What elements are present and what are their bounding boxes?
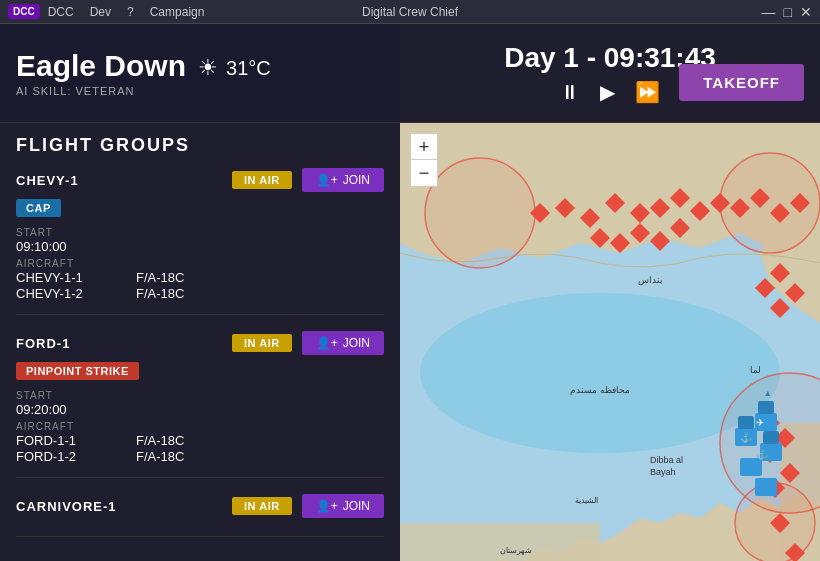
chevy1-ac1-type: F/A-18C [136,270,184,285]
close-button[interactable]: ✕ [800,5,812,19]
ford1-join-button[interactable]: 👤+ JOIN [302,331,384,355]
chevy1-ac1-id: CHEVY-1-1 [16,270,96,285]
pause-button[interactable]: ⏸ [560,81,580,104]
join-icon: 👤+ [316,173,338,187]
chevy1-mission-type: CAP [16,199,61,217]
ford1-start-time: 09:20:00 [16,402,384,417]
svg-text:Bayah: Bayah [650,467,676,477]
chevy1-aircraft-label: AIRCRAFT [16,258,384,269]
zoom-in-button[interactable]: + [411,134,437,160]
ford1-start-label: START [16,390,384,401]
join-icon-carnivore: 👤+ [316,499,338,513]
svg-text:الشيدية: الشيدية [575,496,598,505]
time-controls: ⏸ ▶ ⏩ [560,74,660,114]
ford1-aircraft-1: FORD-1-1 F/A-18C [16,433,384,448]
map-svg: ✈ ⚓ ⚓ بنداس محافظه مسندم لما Dibba al Ba… [400,123,820,561]
ford1-aircraft-2: FORD-1-2 F/A-18C [16,449,384,464]
window-controls: — □ ✕ [762,5,812,19]
ford1-status: IN AIR [232,334,292,352]
svg-rect-48 [738,416,754,429]
map-panel: + − [400,123,820,561]
weather-info: ☀ 31°C [198,55,271,81]
svg-rect-5 [400,523,600,561]
ford1-name: FORD-1 [16,336,222,351]
svg-rect-52 [755,478,777,496]
chevy1-ac2-type: F/A-18C [136,286,184,301]
svg-rect-51 [740,458,762,476]
flight-groups-section: FLIGHT GROUPS CHEVY-1 IN AIR 👤+ JOIN CAP… [0,123,400,561]
svg-rect-45 [758,401,774,414]
join-icon-ford: 👤+ [316,336,338,350]
ford1-mission-type: PINPOINT STRIKE [16,362,139,380]
menu-dcc[interactable]: DCC [48,5,74,19]
chevy1-aircraft-1: CHEVY-1-1 F/A-18C [16,270,384,285]
chevy1-status: IN AIR [232,171,292,189]
zoom-controls: + − [410,133,438,187]
ford1-ac1-type: F/A-18C [136,433,184,448]
window-title: Digital Crew Chief [362,5,458,19]
mission-time-header: Day 1 - 09:31:43 ⏸ ▶ ⏩ TAKEOFF [400,24,820,123]
mission-skill: AI SKILL: VETERAN [16,85,384,97]
minimize-button[interactable]: — [762,5,776,19]
svg-rect-50 [763,431,779,444]
chevy1-start-time: 09:10:00 [16,239,384,254]
chevy1-start-label: START [16,227,384,238]
carnivore1-status: IN AIR [232,497,292,515]
mission-name: Eagle Down [16,49,186,83]
ford1-ac2-type: F/A-18C [136,449,184,464]
chevy1-header: CHEVY-1 IN AIR 👤+ JOIN [16,168,384,192]
left-panel: FLIGHT GROUPS CHEVY-1 IN AIR 👤+ JOIN CAP… [0,123,400,561]
chevy1-join-label: JOIN [343,173,370,187]
ford1-header: FORD-1 IN AIR 👤+ JOIN [16,331,384,355]
svg-text:لما: لما [750,365,761,375]
weather-icon: ☀ [198,55,218,81]
ford1-ac1-id: FORD-1-1 [16,433,96,448]
flight-groups-title: FLIGHT GROUPS [16,135,384,156]
svg-text:Dibba al: Dibba al [650,455,683,465]
maximize-button[interactable]: □ [784,5,792,19]
header-area: Eagle Down ☀ 31°C AI SKILL: VETERAN Day … [0,24,820,123]
carnivore1-header: CARNIVORE-1 IN AIR 👤+ JOIN [16,494,384,518]
ford1-join-label: JOIN [343,336,370,350]
carnivore1-join-label: JOIN [343,499,370,513]
svg-text:⚓: ⚓ [756,448,769,461]
flight-group-ford1: FORD-1 IN AIR 👤+ JOIN PINPOINT STRIKE ST… [16,331,384,478]
svg-text:محافظه مسندم: محافظه مسندم [570,385,630,396]
svg-point-8 [425,158,535,268]
svg-text:بنداس: بنداس [638,275,663,286]
temperature: 31°C [226,57,271,80]
menu-help[interactable]: ? [127,5,134,19]
chevy1-join-button[interactable]: 👤+ JOIN [302,168,384,192]
chevy1-ac2-id: CHEVY-1-2 [16,286,96,301]
chevy1-aircraft-2: CHEVY-1-2 F/A-18C [16,286,384,301]
zoom-out-button[interactable]: − [411,160,437,186]
menu-dev[interactable]: Dev [90,5,111,19]
play-button[interactable]: ▶ [600,80,615,104]
fast-forward-button[interactable]: ⏩ [635,80,660,104]
carnivore1-name: CARNIVORE-1 [16,499,222,514]
main-layout: FLIGHT GROUPS CHEVY-1 IN AIR 👤+ JOIN CAP… [0,123,820,561]
flight-group-carnivore1: CARNIVORE-1 IN AIR 👤+ JOIN [16,494,384,537]
svg-text:⚓: ⚓ [740,431,753,444]
title-bar: DCC DCC Dev ? Campaign Digital Crew Chie… [0,0,820,24]
svg-text:شهرستان: شهرستان [500,546,532,555]
carnivore1-join-button[interactable]: 👤+ JOIN [302,494,384,518]
mission-header: Eagle Down ☀ 31°C AI SKILL: VETERAN [0,24,400,123]
ford1-aircraft-label: AIRCRAFT [16,421,384,432]
app-icon: DCC [8,4,40,19]
flight-group-chevy1: CHEVY-1 IN AIR 👤+ JOIN CAP START 09:10:0… [16,168,384,315]
mission-name-row: Eagle Down ☀ 31°C [16,49,384,83]
menu-campaign[interactable]: Campaign [150,5,205,19]
chevy1-name: CHEVY-1 [16,173,222,188]
svg-text:✈: ✈ [756,417,764,428]
ford1-ac2-id: FORD-1-2 [16,449,96,464]
menu-bar: DCC Dev ? Campaign [48,5,205,19]
takeoff-button[interactable]: TAKEOFF [679,64,804,101]
